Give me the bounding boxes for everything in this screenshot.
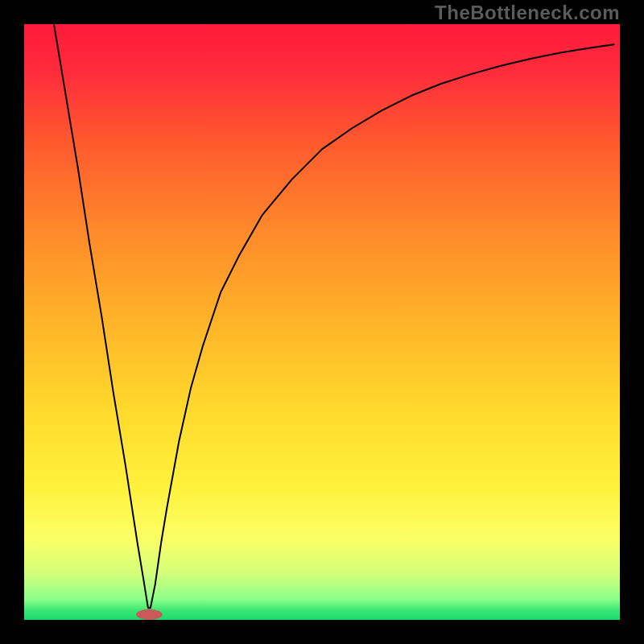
chart-svg xyxy=(24,24,620,620)
watermark-text: TheBottleneck.com xyxy=(435,2,620,24)
chart-frame xyxy=(24,24,620,620)
vertex-marker xyxy=(136,609,163,620)
gradient-rect xyxy=(24,24,620,620)
